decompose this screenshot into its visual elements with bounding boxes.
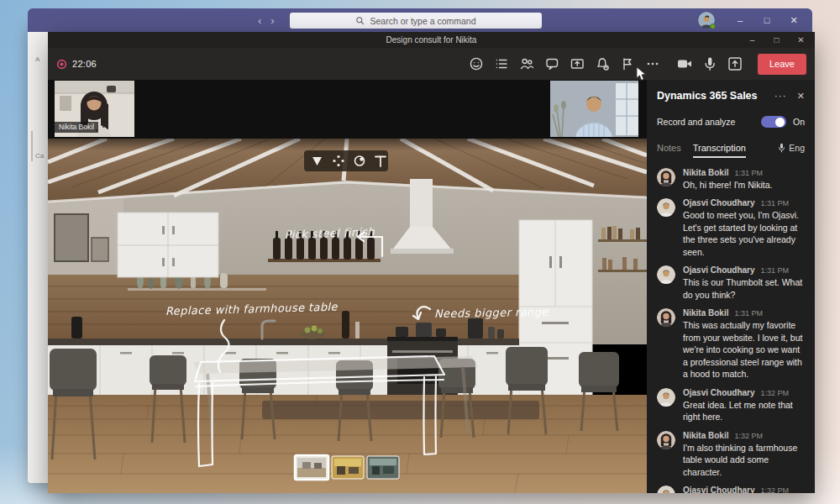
design-thumbnails [295, 455, 399, 480]
transcript-list: Nikita Bokil 1:31 PM Oh, hi there! I'm N… [657, 168, 805, 493]
maximize-button[interactable]: □ [753, 8, 780, 32]
search-icon [355, 16, 365, 25]
pointer-flag-icon [619, 55, 636, 72]
language-label: Eng [789, 143, 805, 153]
meeting-titlebar: Design consult for Nikita – □ ✕ [48, 32, 815, 48]
meeting-timer: 22:06 [72, 59, 97, 69]
desktop-wallpaper: A Ca ‹ › Search or type a command [0, 0, 840, 504]
more-options-button[interactable] [640, 51, 665, 76]
avatar[interactable] [698, 12, 715, 29]
speaker-avatar [657, 265, 675, 284]
camera-on-icon [675, 55, 694, 73]
transcription-language[interactable]: Eng [778, 143, 805, 158]
speaker-name: Nikita Bokil [683, 431, 728, 440]
microphone-button[interactable] [697, 51, 722, 76]
ellipsis-icon [644, 55, 661, 72]
transcript-message: Nikita Bokil 1:32 PM I'm also thinking a… [657, 431, 805, 478]
panel-close-icon[interactable]: ✕ [797, 91, 805, 102]
search-input[interactable]: Search or type a command [290, 13, 542, 29]
camera-button[interactable] [672, 51, 697, 76]
notifications-button[interactable] [590, 51, 615, 76]
open-share-tray-icon [726, 55, 744, 73]
transcript-message: Ojasvi Choudhary 1:32 PM Sure. I'll draw… [657, 486, 805, 493]
pointer-tool-button[interactable] [615, 51, 640, 76]
speaker-name: Nikita Bokil [683, 168, 728, 177]
presence-available-dot [710, 24, 716, 29]
meeting-title: Design consult for Nikita [386, 35, 477, 45]
chat-bubble-icon [543, 55, 560, 72]
meeting-window: Design consult for Nikita – □ ✕ 22:06 [48, 32, 815, 493]
annotation-bigger-range: Needs bigger range [434, 306, 549, 320]
leave-button[interactable]: Leave [758, 54, 806, 75]
panel-more-icon[interactable]: ··· [774, 90, 787, 102]
tab-transcription[interactable]: Transcription [693, 143, 746, 158]
share-tray-button[interactable] [722, 51, 748, 76]
timestamp: 1:32 PM [761, 389, 790, 397]
move-tool-button[interactable] [332, 154, 345, 168]
transcript-text: I'm also thinking a farmhouse table woul… [683, 442, 805, 478]
annotation-toolbar [304, 150, 388, 171]
forward-chevron-icon[interactable]: › [270, 14, 274, 27]
timestamp: 1:31 PM [734, 309, 763, 318]
search-placeholder: Search or type a command [370, 16, 475, 26]
chat-button[interactable] [539, 51, 564, 76]
video-strip: Nikita Bokil [48, 80, 647, 139]
meeting-minimize-button[interactable]: – [740, 32, 764, 48]
recording-indicator-icon [56, 59, 67, 70]
design-thumbnail-1[interactable] [295, 455, 328, 480]
dynamics-365-panel: Dynamics 365 Sales ··· ✕ Record and anal… [647, 80, 815, 493]
tab-notes[interactable]: Notes [657, 143, 681, 158]
video-tile-nikita[interactable]: Nikita Bokil [55, 81, 134, 137]
speaker-avatar [657, 431, 675, 449]
design-thumbnail-3[interactable] [367, 456, 399, 479]
microphone-on-icon [701, 55, 719, 73]
transcript-message: Ojasvi Choudhary 1:31 PM This is our Thu… [657, 265, 805, 301]
background-window-scrollbar [31, 131, 33, 161]
video-tile-ojasvi[interactable] [550, 81, 638, 137]
speaker-name: Nikita Bokil [683, 308, 728, 318]
transcript-text: This was actually my favorite from your … [683, 319, 805, 380]
timestamp: 1:31 PM [761, 199, 790, 207]
participants-button[interactable] [514, 51, 539, 76]
text-tool-button[interactable] [374, 154, 387, 168]
speaker-name: Ojasvi Choudhary [683, 388, 755, 397]
speaker-name: Ojasvi Choudhary [683, 486, 755, 493]
speaker-avatar [657, 308, 675, 327]
reactions-smiley-icon [468, 55, 485, 72]
shared-content-stage: Nikita Bokil [48, 80, 647, 493]
timestamp: 1:31 PM [761, 266, 790, 275]
design-thumbnail-2[interactable] [332, 456, 364, 479]
record-analyze-label: Record and analyze [657, 117, 761, 127]
speaker-avatar [657, 198, 675, 217]
transcript-message: Ojasvi Choudhary 1:32 PM Great idea. Let… [657, 388, 805, 423]
transcript-message: Nikita Bokil 1:31 PM Oh, hi there! I'm N… [657, 168, 805, 191]
close-button[interactable]: ✕ [780, 8, 807, 32]
shared-kitchen-canvas[interactable]: Pick steel finish Replace with farmhouse… [48, 139, 647, 493]
record-toggle[interactable] [761, 116, 786, 128]
back-chevron-icon[interactable]: ‹ [258, 14, 261, 27]
transcript-text: Good to meet you, I'm Ojasvi. Let's get … [683, 209, 805, 258]
transcript-message: Ojasvi Choudhary 1:31 PM Good to meet yo… [657, 198, 805, 258]
speaker-avatar [657, 168, 675, 186]
transcript-text: Oh, hi there! I'm Nikita. [683, 179, 772, 191]
meeting-maximize-button[interactable]: □ [764, 32, 789, 48]
meeting-notes-button[interactable] [489, 51, 514, 76]
pen-tool-button[interactable] [311, 154, 324, 168]
toggle-state-label: On [793, 117, 805, 127]
share-content-button[interactable] [564, 51, 590, 76]
transcript-text: This is our Thumbolt set. What do you th… [683, 276, 805, 301]
microphone-small-icon [778, 143, 785, 153]
speaker-avatar [657, 486, 675, 493]
participant-name-label: Nikita Bokil [55, 122, 98, 133]
minimize-button[interactable]: – [727, 8, 753, 32]
participant-video-ojasvi [550, 81, 638, 137]
reactions-button[interactable] [464, 51, 489, 76]
speaker-avatar [657, 388, 675, 407]
speaker-name: Ojasvi Choudhary [683, 265, 755, 275]
timestamp: 1:32 PM [761, 486, 790, 493]
transcript-text: Great idea. Let me note that right here. [683, 399, 805, 423]
color-tool-button[interactable] [353, 154, 366, 168]
meeting-close-button[interactable]: ✕ [789, 32, 813, 48]
transcript-message: Nikita Bokil 1:31 PM This was actually m… [657, 308, 805, 380]
teams-titlebar: ‹ › Search or type a command – □ [28, 8, 812, 32]
